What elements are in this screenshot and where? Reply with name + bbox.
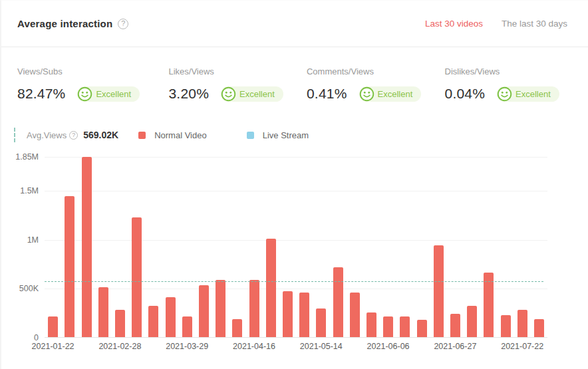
bar-slot <box>78 157 94 337</box>
bar-normal-video[interactable] <box>148 306 158 337</box>
help-icon[interactable]: ? <box>69 131 78 140</box>
bar-normal-video[interactable] <box>299 293 309 337</box>
smiley-face-icon <box>221 86 236 102</box>
bar-slot <box>162 157 178 337</box>
range-tabs: Last 30 videos The last 30 days <box>425 19 567 29</box>
bar-normal-video[interactable] <box>367 312 376 337</box>
bar-slot <box>313 157 329 337</box>
metric-likes-views: Likes/Views 3.20% Excellent <box>168 66 307 102</box>
bar-normal-video[interactable] <box>283 291 293 337</box>
bar-normal-video[interactable] <box>82 157 92 337</box>
rating-badge: Excellent <box>221 86 283 102</box>
x-axis-tick-label: 2021-06-06 <box>367 342 410 351</box>
bar-slot <box>112 157 128 337</box>
title-group: Average interaction ? <box>17 18 128 29</box>
bar-normal-video[interactable] <box>383 316 393 337</box>
bar-slot <box>380 157 396 337</box>
bar-slot <box>464 157 480 337</box>
bar-slot <box>263 157 279 337</box>
bar-normal-video[interactable] <box>132 217 142 337</box>
bar-normal-video[interactable] <box>417 320 427 337</box>
legend-item-live-stream[interactable]: Live Stream <box>247 130 309 140</box>
live-stream-swatch <box>247 132 254 139</box>
bar-normal-video[interactable] <box>216 280 225 337</box>
bar-normal-video[interactable] <box>501 315 511 337</box>
tab-last-30-videos[interactable]: Last 30 videos <box>425 19 483 29</box>
tab-last-30-days[interactable]: The last 30 days <box>502 19 567 29</box>
bar-slot <box>430 157 447 337</box>
bar-slot <box>531 157 547 337</box>
bar-normal-video[interactable] <box>450 314 460 337</box>
bar-slot <box>514 157 531 337</box>
x-axis-tick-label: 2021-01-22 <box>32 342 74 351</box>
bar-normal-video[interactable] <box>232 319 242 337</box>
bar-normal-video[interactable] <box>65 196 74 337</box>
x-axis-tick-label: 2021-02-28 <box>98 342 141 351</box>
bar-normal-video[interactable] <box>182 316 192 337</box>
metric-comments-views: Comments/Views 0.41% Excellent <box>307 66 445 102</box>
bar-normal-video[interactable] <box>316 308 326 337</box>
bar-slot <box>396 157 413 337</box>
help-icon[interactable]: ? <box>118 19 128 29</box>
bar-normal-video[interactable] <box>199 285 209 337</box>
normal-video-swatch <box>138 132 146 139</box>
bar-slot <box>179 157 196 337</box>
rating-badge: Excellent <box>359 86 422 102</box>
bar-normal-video[interactable] <box>48 316 58 337</box>
bar-slot <box>447 157 464 337</box>
metric-label: Comments/Views <box>307 66 445 76</box>
panel-header: Average interaction ? Last 30 videos The… <box>1 1 588 47</box>
bar-normal-video[interactable] <box>249 280 259 337</box>
y-axis-tick-label: 1.85M <box>1 152 39 162</box>
bar-slot <box>245 157 262 337</box>
bar-normal-video[interactable] <box>166 297 176 337</box>
chart-legend: Avg.Views ? 569.02K Normal Video Live St… <box>14 127 588 143</box>
bar-normal-video[interactable] <box>434 245 444 337</box>
bar-slot <box>145 157 162 337</box>
avg-views-dashed-line <box>45 281 543 282</box>
bar-normal-video[interactable] <box>333 267 343 337</box>
metric-value: 0.04% <box>445 86 486 102</box>
bar-normal-video[interactable] <box>467 306 477 337</box>
metrics-row: Views/Subs 82.47% Excellent Likes/Views … <box>1 47 588 102</box>
x-axis-tick-label: 2021-06-27 <box>434 342 476 351</box>
metric-value: 3.20% <box>168 86 209 102</box>
bar-slot <box>61 157 78 337</box>
y-axis-tick-label: 500K <box>1 283 39 294</box>
legend-label: Normal Video <box>154 130 207 140</box>
bar-slot <box>196 157 212 337</box>
x-axis-tick-label: 2021-07-22 <box>501 342 543 351</box>
average-interaction-panel: Average interaction ? Last 30 videos The… <box>0 0 588 369</box>
x-axis-tick-label: 2021-03-29 <box>166 342 208 351</box>
bar-slot <box>95 157 112 337</box>
metric-label: Dislikes/Views <box>445 66 588 76</box>
avg-views-label: Avg.Views <box>27 130 67 140</box>
bar-slot <box>296 157 313 337</box>
bar-normal-video[interactable] <box>266 239 276 337</box>
metric-dislikes-views: Dislikes/Views 0.04% Excellent <box>445 66 588 102</box>
bar-slot <box>229 157 245 337</box>
metric-value: 0.41% <box>307 86 347 102</box>
y-axis-tick-label: 1M <box>1 235 39 245</box>
bar-normal-video[interactable] <box>350 293 360 337</box>
smiley-face-icon <box>497 86 512 102</box>
bar-normal-video[interactable] <box>115 310 125 337</box>
legend-item-normal-video[interactable]: Normal Video <box>138 130 207 140</box>
bar-normal-video[interactable] <box>517 310 527 337</box>
chart: 2021-01-222021-02-282021-03-292021-04-16… <box>1 150 588 369</box>
plot-area: 2021-01-222021-02-282021-03-292021-04-16… <box>45 157 547 338</box>
bar-normal-video[interactable] <box>484 273 494 337</box>
bar-slot <box>128 157 145 337</box>
bar-slot <box>279 157 296 337</box>
rating-badge: Excellent <box>497 86 559 102</box>
bar-slot <box>45 157 61 337</box>
bar-slot <box>329 157 346 337</box>
bar-slot <box>480 157 497 337</box>
bar-slot <box>497 157 514 337</box>
bar-normal-video[interactable] <box>534 319 544 337</box>
bar-normal-video[interactable] <box>98 287 108 337</box>
metric-views-subs: Views/Subs 82.47% Excellent <box>17 66 168 102</box>
bar-slot <box>212 157 229 337</box>
bar-normal-video[interactable] <box>400 316 410 337</box>
x-axis-tick-label: 2021-05-14 <box>300 342 343 351</box>
